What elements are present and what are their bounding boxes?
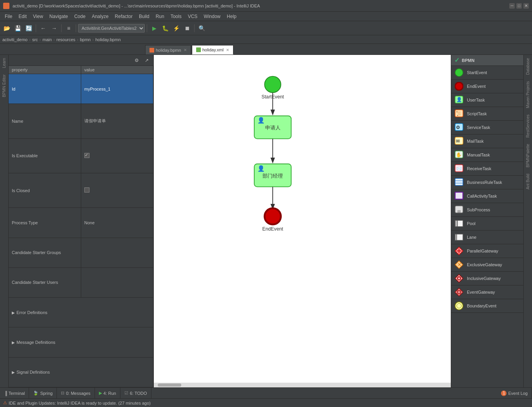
palette-item-boundary-event[interactable]: BoundaryEvent: [451, 299, 523, 313]
menu-edit[interactable]: Edit: [15, 13, 30, 20]
forward-button[interactable]: →: [49, 23, 59, 33]
palette-item-inclusive-gateway[interactable]: InclusiveGateway: [451, 272, 523, 285]
save-button[interactable]: 💾: [13, 23, 23, 33]
palette-item-receive-task[interactable]: 📨 ReceiveTask: [451, 162, 523, 176]
scroll-thumb[interactable]: [158, 383, 181, 387]
menu-navigate[interactable]: Navigate: [46, 13, 71, 20]
prop-value-executable: [81, 138, 153, 173]
prop-row-error-defs[interactable]: ▶Error Definitions: [9, 298, 153, 327]
bottom-tab-event-log[interactable]: 1 Event Log: [497, 388, 532, 399]
profile-button[interactable]: ⚡: [171, 23, 181, 33]
breadcrumb-src[interactable]: src: [32, 37, 38, 42]
hierarchy-button[interactable]: ≡: [64, 23, 74, 33]
tab-bpmn-close[interactable]: ✕: [184, 48, 187, 52]
toolbar-separator-5: [194, 24, 195, 32]
tab-holiday-xml[interactable]: holiday.xml ✕: [192, 45, 233, 55]
menu-view[interactable]: View: [30, 13, 46, 20]
prop-row-name[interactable]: Name 请假申请单: [9, 104, 153, 138]
prop-value-starter-users: [81, 267, 153, 297]
debug-button[interactable]: 🐛: [160, 23, 170, 33]
tab-xml-close[interactable]: ✕: [226, 48, 229, 52]
canvas-scrollbar[interactable]: [154, 383, 451, 387]
bottom-tab-terminal-label: Terminal: [9, 391, 25, 396]
run-button[interactable]: ▶: [149, 23, 159, 33]
close-button[interactable]: ✕: [523, 3, 529, 9]
user-task-2-icon: 👤: [257, 165, 265, 172]
palette-item-service-task[interactable]: ⚙ ServiceTask: [451, 121, 523, 134]
strip-ant-build[interactable]: Ant Build: [525, 171, 531, 193]
canvas-area[interactable]: StartEvent 👤 申请人 👤 部门经理 EndEvent: [154, 55, 451, 387]
breadcrumb-project[interactable]: activiti_demo: [2, 37, 27, 42]
bottom-tab-spring-label: Spring: [40, 391, 53, 396]
closed-checkbox[interactable]: [84, 187, 89, 193]
menu-refactor[interactable]: Refactor: [112, 13, 136, 20]
palette-item-manual-task[interactable]: ✋ ManualTask: [451, 148, 523, 162]
menu-analyze[interactable]: Analyze: [89, 13, 112, 20]
prop-row-signal-defs[interactable]: ▶Signal Definitions: [9, 357, 153, 387]
maximize-button[interactable]: □: [516, 3, 522, 9]
palette-item-pool[interactable]: Pool: [451, 217, 523, 231]
search-button[interactable]: 🔍: [197, 23, 207, 33]
prop-row-message-defs[interactable]: ▶Message Definitions: [9, 327, 153, 357]
palette-item-parallel-gateway[interactable]: ParallelGateway: [451, 244, 523, 258]
strip-bpmn-editor[interactable]: BPMN Editor: [1, 71, 7, 100]
prop-row-starter-groups[interactable]: Candidate Starter Groups: [9, 238, 153, 267]
menu-window[interactable]: Window: [200, 13, 224, 20]
start-event-shape: [264, 76, 281, 93]
menu-help[interactable]: Help: [224, 13, 240, 20]
panel-expand-button[interactable]: ↗: [142, 55, 152, 65]
menu-code[interactable]: Code: [71, 13, 89, 20]
bottom-tab-messages[interactable]: ⊟ 0: Messages: [57, 388, 95, 399]
sync-button[interactable]: 🔄: [24, 23, 34, 33]
col-property: property: [9, 66, 81, 74]
palette-item-user-task[interactable]: 👤 UserTask: [451, 93, 523, 107]
palette-item-business-rule-task[interactable]: BusinessRuleTask: [451, 176, 523, 189]
bottom-tabs: ▐ Terminal 🍃 Spring ⊟ 0: Messages ▶ 4: R…: [0, 387, 532, 398]
menu-run[interactable]: Run: [153, 13, 168, 20]
menu-build[interactable]: Build: [136, 13, 153, 20]
palette-item-event-gateway[interactable]: EventGateway: [451, 285, 523, 299]
tab-holiday-bpmn[interactable]: holiday.bpmn ✕: [145, 45, 191, 55]
prop-row-executable[interactable]: Is Executable: [9, 138, 153, 173]
strip-rest-services[interactable]: RestServices: [525, 111, 531, 141]
breadcrumb-bpmn[interactable]: bpmn: [80, 37, 91, 42]
bottom-tab-terminal[interactable]: ▐ Terminal: [0, 388, 29, 399]
menu-file[interactable]: File: [2, 13, 15, 20]
settings-button[interactable]: ⚙: [131, 55, 142, 65]
prop-row-closed[interactable]: Is Closed: [9, 173, 153, 207]
strip-database[interactable]: Database: [525, 55, 531, 78]
palette-item-script-task[interactable]: 📜 ScriptTask: [451, 107, 523, 121]
prop-group-error: ▶Error Definitions: [9, 298, 153, 327]
stop-button[interactable]: ⏹: [182, 23, 192, 33]
panel-toolbar: ⚙ ↗: [9, 55, 153, 66]
palette-item-mail-task[interactable]: ✉ MailTask: [451, 134, 523, 148]
back-button[interactable]: ←: [38, 23, 48, 33]
prop-row-process-type[interactable]: Process Type None: [9, 208, 153, 238]
open-button[interactable]: 📂: [2, 23, 12, 33]
menu-vcs[interactable]: VCS: [185, 13, 201, 20]
strip-maven-projects[interactable]: Maven Projects: [525, 78, 531, 111]
breadcrumb-main[interactable]: main: [42, 37, 52, 42]
bottom-tab-spring[interactable]: 🍃 Spring: [29, 388, 57, 399]
strip-bpmn-palette[interactable]: BPMNPalette: [525, 141, 531, 171]
prop-row-starter-users[interactable]: Candidate Starter Users: [9, 267, 153, 297]
bpmn-canvas: StartEvent 👤 申请人 👤 部门经理 EndEvent: [154, 55, 451, 387]
menu-tools[interactable]: Tools: [168, 13, 185, 20]
subprocess-icon: [454, 205, 464, 214]
minimize-button[interactable]: ─: [509, 3, 515, 9]
bottom-tab-todo[interactable]: ☑ 6: TODO: [120, 388, 151, 399]
executable-checkbox[interactable]: [84, 153, 89, 158]
prop-row-id[interactable]: Id myProcess_1: [9, 74, 153, 104]
run-config-dropdown[interactable]: ActivitiInit.GenActivitiTables2: [78, 24, 145, 33]
palette-item-lane[interactable]: Lane: [451, 231, 523, 244]
palette-item-end-event[interactable]: EndEvent: [451, 80, 523, 93]
strip-learn[interactable]: Learn: [1, 55, 7, 71]
main-layout: Learn BPMN Editor ⚙ ↗ property value Id …: [0, 55, 532, 387]
breadcrumb-resources[interactable]: resources: [56, 37, 75, 42]
palette-item-call-activity[interactable]: CallActivityTask: [451, 189, 523, 203]
palette-item-subprocess[interactable]: SubProcess: [451, 203, 523, 217]
palette-item-exclusive-gateway[interactable]: ✕ ExclusiveGateway: [451, 258, 523, 272]
palette-item-start-event[interactable]: StartEvent: [451, 66, 523, 80]
breadcrumb-file[interactable]: holiday.bpmn: [95, 37, 121, 42]
bottom-tab-run[interactable]: ▶ 4: Run: [95, 388, 120, 399]
